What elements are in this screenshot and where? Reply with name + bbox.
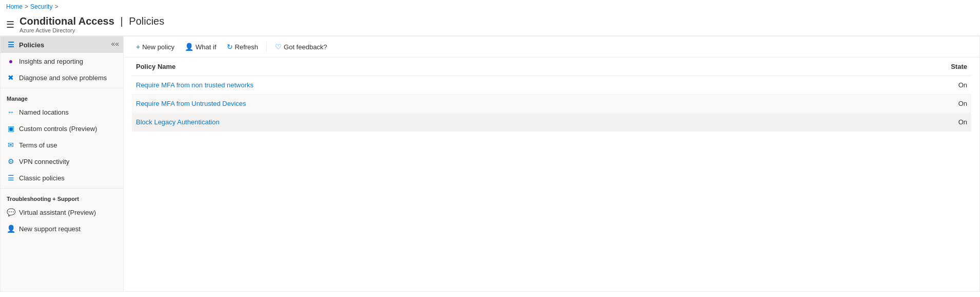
diagnose-icon: ✖	[7, 73, 15, 82]
policies-icon: ☰	[7, 41, 15, 49]
what-if-button[interactable]: 👤 What if	[181, 41, 220, 53]
policy-name-link[interactable]: Block Legacy Authentication	[136, 118, 220, 126]
page-title-block: Conditional Access | Policies Azure Acti…	[19, 15, 164, 33]
sidebar-item-insights[interactable]: ● Insights and reporting	[1, 53, 123, 69]
insights-icon: ●	[7, 57, 15, 65]
col-policy-name: Policy Name	[132, 58, 834, 76]
policy-name-link[interactable]: Require MFA from Untrusted Devices	[136, 100, 246, 107]
sidebar-item-vpn[interactable]: ⚙ VPN connectivity	[1, 153, 123, 170]
table-row: Require MFA from Untrusted DevicesOn	[132, 95, 971, 113]
toolbar: + New policy 👤 What if ↻ Refresh ♡ Got f…	[124, 36, 979, 58]
menu-icon[interactable]: ☰	[6, 19, 14, 30]
main-layout: «« ☰ Policies ● Insights and reporting ✖…	[0, 36, 980, 292]
sidebar-item-classic-policies[interactable]: ☰ Classic policies	[1, 170, 123, 186]
manage-section-label: Manage	[1, 90, 123, 104]
breadcrumb: Home > Security >	[0, 0, 980, 13]
table-row: Require MFA from non trusted networksOn	[132, 76, 971, 95]
sidebar-item-named-locations[interactable]: ↔ Named locations	[1, 104, 123, 120]
policy-state-cell: On	[834, 95, 971, 113]
virtual-assistant-icon: 💬	[7, 208, 15, 216]
policy-name-cell: Block Legacy Authentication	[132, 113, 834, 132]
troubleshooting-section-label: Troubleshooting + Support	[1, 191, 123, 204]
breadcrumb-home[interactable]: Home	[6, 3, 23, 10]
sidebar-item-custom-controls[interactable]: ▣ Custom controls (Preview)	[1, 120, 123, 137]
sidebar-divider-troubleshooting	[1, 188, 123, 189]
sidebar-item-terms-of-use[interactable]: ✉ Terms of use	[1, 137, 123, 153]
table-area: Policy Name State Require MFA from non t…	[124, 58, 979, 291]
classic-policies-icon: ☰	[7, 174, 15, 182]
sidebar-divider-manage	[1, 88, 123, 88]
new-policy-button[interactable]: + New policy	[132, 41, 179, 53]
policy-state-cell: On	[834, 113, 971, 132]
policy-table: Policy Name State Require MFA from non t…	[132, 58, 971, 132]
policy-name-cell: Require MFA from Untrusted Devices	[132, 95, 834, 113]
feedback-button[interactable]: ♡ Got feedback?	[271, 41, 331, 53]
content-area: + New policy 👤 What if ↻ Refresh ♡ Got f…	[124, 36, 979, 291]
collapse-icon[interactable]: ««	[111, 40, 119, 48]
new-support-icon: 👤	[7, 225, 15, 233]
sidebar: «« ☰ Policies ● Insights and reporting ✖…	[1, 36, 124, 291]
refresh-icon: ↻	[227, 43, 233, 51]
what-if-icon: 👤	[185, 43, 193, 51]
sidebar-item-policies[interactable]: ☰ Policies	[1, 36, 123, 53]
table-row: Block Legacy AuthenticationOn	[132, 113, 971, 132]
col-state: State	[834, 58, 971, 76]
named-locations-icon: ↔	[7, 108, 15, 116]
sidebar-item-new-support[interactable]: 👤 New support request	[1, 220, 123, 237]
new-policy-icon: +	[136, 43, 140, 51]
feedback-icon: ♡	[275, 43, 282, 51]
page-service: Azure Active Directory	[19, 27, 164, 33]
sidebar-item-diagnose[interactable]: ✖ Diagnose and solve problems	[1, 69, 123, 86]
breadcrumb-security[interactable]: Security	[30, 3, 52, 10]
page-title: Conditional Access | Policies	[19, 15, 164, 27]
vpn-icon: ⚙	[7, 157, 15, 165]
policy-name-cell: Require MFA from non trusted networks	[132, 76, 834, 95]
page-header: ☰ Conditional Access | Policies Azure Ac…	[0, 13, 980, 36]
refresh-button[interactable]: ↻ Refresh	[223, 41, 263, 53]
policy-state-cell: On	[834, 76, 971, 95]
sidebar-item-virtual-assistant[interactable]: 💬 Virtual assistant (Preview)	[1, 204, 123, 220]
custom-controls-icon: ▣	[7, 124, 15, 133]
terms-icon: ✉	[7, 141, 15, 149]
policy-name-link[interactable]: Require MFA from non trusted networks	[136, 81, 253, 89]
toolbar-separator	[266, 42, 267, 52]
